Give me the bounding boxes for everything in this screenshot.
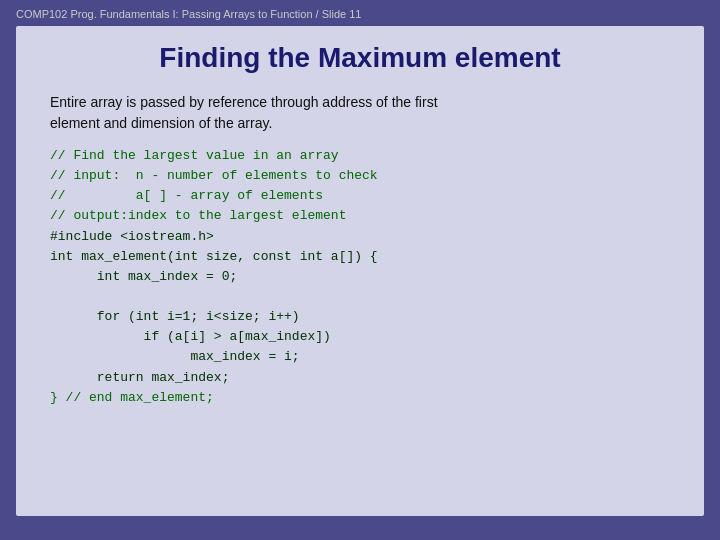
code-line: } // end max_element; (50, 388, 680, 408)
slide-container: COMP102 Prog. Fundamentals I: Passing Ar… (0, 0, 720, 540)
code-line: if (a[i] > a[max_index]) (50, 327, 680, 347)
code-line: int max_element(int size, const int a[])… (50, 247, 680, 267)
slide-title: Finding the Maximum element (40, 42, 680, 74)
code-line: int max_index = 0; (50, 267, 680, 287)
code-line: max_index = i; (50, 347, 680, 367)
description-line1: Entire array is passed by reference thro… (50, 94, 438, 110)
code-line: // Find the largest value in an array (50, 146, 680, 166)
description-line2: element and dimension of the array. (50, 115, 272, 131)
code-block: // Find the largest value in an array //… (50, 146, 680, 408)
code-line: // a[ ] - array of elements (50, 186, 680, 206)
code-line: // output:index to the largest element (50, 206, 680, 226)
code-line: // input: n - number of elements to chec… (50, 166, 680, 186)
code-line (50, 287, 680, 307)
code-line: #include <iostream.h> (50, 227, 680, 247)
code-line: return max_index; (50, 368, 680, 388)
description: Entire array is passed by reference thro… (50, 92, 680, 134)
slide-content: Finding the Maximum element Entire array… (16, 26, 704, 516)
code-line: for (int i=1; i<size; i++) (50, 307, 680, 327)
slide-label: COMP102 Prog. Fundamentals I: Passing Ar… (16, 8, 704, 20)
